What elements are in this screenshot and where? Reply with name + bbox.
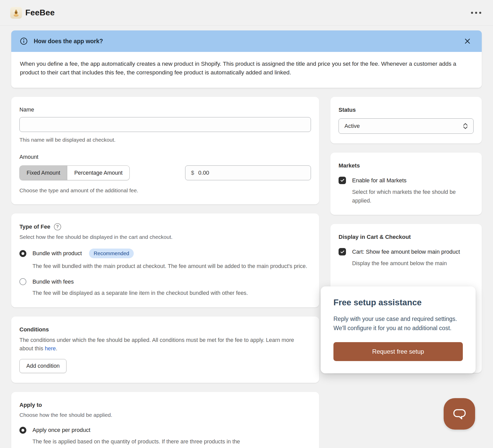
request-free-setup-button[interactable]: Request free setup [333, 342, 463, 361]
radio-option-bundle-with-product[interactable]: Bundle with product Recommended [19, 249, 311, 258]
apply-to-card: Apply to Choose how the fee should be ap… [11, 392, 319, 448]
amount-input[interactable]: $ 0.00 [185, 165, 311, 180]
page-title: FeeBee [25, 8, 55, 17]
radio-unselected-icon[interactable] [19, 278, 26, 285]
popup-body-text: Reply with your use case and required se… [333, 315, 463, 333]
info-banner-header: How does the app work? [11, 30, 482, 52]
markets-title: Markets [339, 162, 474, 169]
markets-card: Markets Enable for all Markets Select fo… [330, 153, 482, 215]
left-column: Name This name will be displayed at chec… [11, 97, 319, 448]
status-title: Status [339, 107, 474, 113]
amount-row: Fixed Amount Percentage Amount $ 0.00 [19, 165, 311, 180]
app-logo-bee-icon [10, 7, 22, 19]
display-title: Display in Cart & Checkout [339, 234, 474, 240]
popup-title: Free setup assistance [333, 298, 463, 307]
radio-option-description: The fee is applied based on the quantity… [32, 437, 311, 446]
learn-more-link[interactable]: here [45, 345, 56, 352]
fixed-amount-tab[interactable]: Fixed Amount [20, 166, 67, 180]
app-header: FeeBee [0, 0, 493, 26]
radio-option-description: The fee will bundled with the main produ… [32, 262, 311, 271]
app-screen: FeeBee How does the app work? [0, 0, 493, 448]
checkbox-checked-icon[interactable] [339, 177, 346, 184]
recommended-badge: Recommended [89, 249, 134, 258]
add-condition-button[interactable]: Add condition [19, 359, 66, 373]
banner-body-text: When you define a fee, the app automatic… [11, 52, 482, 88]
status-card: Status Active [330, 97, 482, 143]
apply-to-subtitle: Choose how the fee should be applied. [19, 411, 311, 419]
display-description: Display the fee amount below the main [352, 259, 474, 268]
radio-option-bundle-with-fees[interactable]: Bundle with fees [19, 278, 311, 285]
close-icon[interactable] [462, 36, 473, 47]
amount-helper-text: Choose the type and amount of the additi… [19, 186, 311, 195]
radio-selected-icon[interactable] [19, 427, 26, 434]
radio-option-description: The fee will be displayed as a separate … [32, 289, 311, 297]
type-of-fee-card: Type of Fee ? Select how the fee should … [11, 214, 319, 307]
conditions-title: Conditions [19, 326, 311, 333]
help-icon[interactable]: ? [54, 223, 61, 230]
main-content: How does the app work? When you define a… [0, 26, 493, 448]
info-banner: How does the app work? When you define a… [11, 30, 482, 88]
markets-description: Select for which markets the fee should … [352, 188, 474, 205]
type-of-fee-title: Type of Fee [19, 223, 50, 230]
name-helper-text: This name will be displayed at checkout. [19, 136, 311, 144]
amount-type-segmented-control: Fixed Amount Percentage Amount [19, 165, 130, 180]
status-select[interactable]: Active [339, 118, 474, 134]
banner-title: How does the app work? [34, 38, 103, 45]
status-selected-value: Active [344, 123, 360, 129]
cart-show-fee-checkbox-row[interactable]: Cart: Show fee amount below main product [339, 248, 474, 256]
apply-to-title: Apply to [19, 402, 311, 408]
amount-label: Amount [19, 154, 311, 160]
name-amount-card: Name This name will be displayed at chec… [11, 97, 319, 204]
free-setup-popup: Free setup assistance Reply with your us… [321, 286, 476, 373]
type-of-fee-subtitle: Select how the fee should be displayed i… [19, 233, 311, 241]
chat-bubble-icon [452, 406, 467, 422]
amount-value: 0.00 [198, 170, 209, 176]
conditions-description: The conditions under which the fee shoul… [19, 336, 303, 353]
checkbox-checked-icon[interactable] [339, 248, 346, 255]
chevron-up-down-icon [463, 122, 468, 130]
name-input[interactable] [19, 117, 311, 132]
info-icon [20, 37, 28, 45]
radio-selected-icon[interactable] [19, 250, 26, 257]
currency-symbol: $ [191, 170, 194, 176]
chat-launcher-button[interactable] [444, 398, 475, 430]
conditions-card: Conditions The conditions under which th… [11, 317, 319, 383]
name-label: Name [19, 107, 311, 113]
percentage-amount-tab[interactable]: Percentage Amount [67, 166, 129, 180]
radio-option-apply-once-per-product[interactable]: Apply once per product [19, 427, 311, 434]
overflow-menu-icon[interactable] [469, 8, 483, 17]
enable-all-markets-checkbox-row[interactable]: Enable for all Markets [339, 176, 474, 185]
